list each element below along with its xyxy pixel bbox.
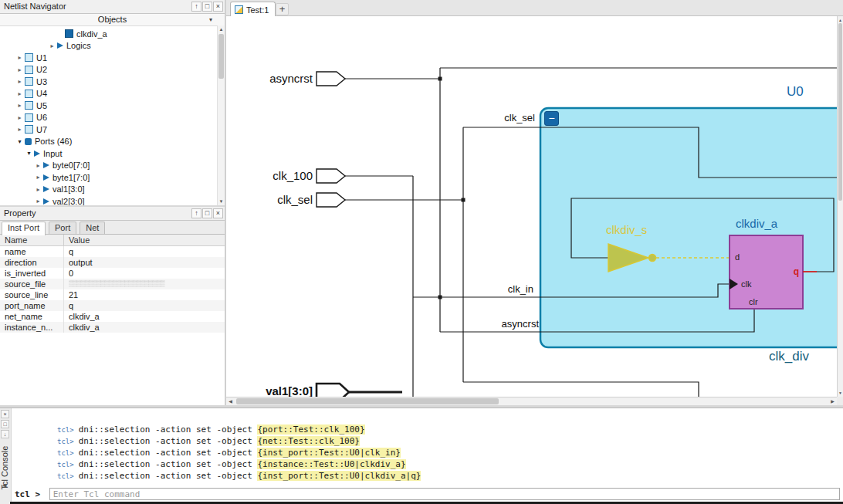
expand-arrow[interactable]: ▸ — [15, 66, 24, 73]
tcl-prompt-icon: tcl> — [57, 426, 74, 434]
scroll-up-icon[interactable]: ▲ — [218, 25, 225, 33]
port-label-val1[interactable]: val1[3:0] — [241, 384, 313, 397]
collapse-instance-button[interactable]: − — [544, 111, 559, 126]
panel-float-button[interactable]: □ — [202, 2, 212, 12]
port-label-asyncrst[interactable]: asyncrst — [241, 72, 313, 86]
scroll-left-icon[interactable]: ◀ — [226, 397, 235, 405]
instance-port-icon — [65, 29, 73, 38]
port-label-clk_100[interactable]: clk_100 — [241, 169, 313, 183]
table-row[interactable]: source_line 21 — [0, 289, 225, 300]
tree-item-byte1[interactable]: ▸ byte1[7:0] — [0, 171, 217, 184]
tcl-prompt-icon: tcl> — [57, 449, 74, 457]
tab-port[interactable]: Port — [49, 222, 76, 234]
port-symbol-clk_100[interactable] — [317, 169, 345, 183]
expand-arrow[interactable]: ▸ — [34, 186, 42, 193]
table-row[interactable]: name q — [0, 246, 225, 257]
tree-item-u7[interactable]: ▸ U7 — [0, 123, 217, 136]
tab-test1[interactable]: Test:1 — [230, 2, 276, 17]
port-symbol-asyncrst[interactable] — [317, 72, 345, 86]
tree-item-u6[interactable]: ▸ U6 — [0, 112, 217, 124]
tree-item-u3[interactable]: ▸ U3 — [0, 76, 217, 88]
tab-inst-port[interactable]: Inst Port — [2, 222, 46, 235]
scrollbar-thumb[interactable] — [236, 398, 499, 404]
net-clk_100[interactable] — [345, 176, 413, 397]
new-tab-button[interactable]: + — [276, 3, 289, 15]
tcl-command-input[interactable] — [49, 488, 840, 500]
scroll-down-icon[interactable]: ▼ — [218, 198, 225, 205]
tree-item-label: val1[3:0] — [52, 184, 85, 194]
command-text: dni::selection -action set -object — [79, 471, 258, 481]
console-line: tcl>dni::selection -action set -object {… — [16, 412, 843, 424]
pin-label-q-selected[interactable]: q — [787, 266, 799, 277]
expand-arrow[interactable]: ▸ — [34, 162, 42, 169]
port-label-clk_sel[interactable]: clk_sel — [241, 193, 313, 207]
tree-item-u1[interactable]: ▸ U1 — [0, 52, 217, 64]
property-value: clkdiv_a — [63, 311, 225, 322]
scroll-down-icon[interactable]: ▼ — [838, 389, 843, 397]
instance-icon — [25, 113, 33, 122]
expand-arrow[interactable]: ▸ — [34, 174, 42, 181]
panel-float-button[interactable]: □ — [202, 208, 212, 218]
tree-item-val1[interactable]: ▸ val1[3:0] — [0, 184, 217, 196]
schematic-h-scrollbar[interactable]: ◀ ▶ — [226, 397, 837, 405]
tree-item-clkdiv_a[interactable]: clkdiv_a — [0, 28, 217, 40]
console-float-button[interactable]: □ — [1, 420, 9, 428]
expand-arrow[interactable]: ▸ — [15, 78, 24, 85]
console-log[interactable]: tcl>dni::selection -action set -object {… — [12, 408, 843, 485]
panel-close-button[interactable]: × — [213, 2, 223, 12]
tree-item-label: Logics — [66, 41, 91, 50]
expand-arrow[interactable]: ▸ — [34, 198, 42, 205]
port-symbol-val1[interactable] — [317, 384, 349, 397]
table-row[interactable]: net_name clkdiv_a — [0, 311, 225, 322]
expand-arrow[interactable]: ▸ — [15, 114, 24, 121]
schematic-v-scrollbar[interactable]: ▲ ▼ — [837, 16, 843, 397]
table-row[interactable]: is_inverted 0 — [0, 268, 225, 279]
panel-splitter[interactable] — [0, 205, 225, 207]
column-header-value[interactable]: Value — [63, 235, 225, 245]
panel-close-button[interactable]: × — [213, 208, 223, 218]
tree-item-label: U7 — [36, 125, 47, 134]
tree-item-input[interactable]: ▾ Input — [0, 147, 217, 160]
expand-arrow[interactable]: ▸ — [15, 54, 24, 61]
tree-scrollbar[interactable]: ▲ ▼ — [217, 25, 225, 205]
tcl-prompt-icon: tcl> — [57, 461, 74, 468]
table-row[interactable]: instance_n... clkdiv_a — [0, 322, 225, 333]
console-scroll-left-icon[interactable]: ◀ — [2, 482, 6, 489]
instance-block-u0[interactable] — [540, 108, 837, 347]
scrollbar-thumb[interactable] — [838, 23, 842, 201]
tree-item-logics[interactable]: ▸ Logics — [0, 40, 217, 52]
panel-pin-button[interactable]: ↑ — [191, 208, 201, 218]
column-header-name[interactable]: Name — [0, 235, 63, 245]
console-close-button[interactable]: × — [1, 410, 9, 418]
tree-item-u2[interactable]: ▸ U2 — [0, 64, 217, 76]
tree-item-byte0[interactable]: ▸ byte0[7:0] — [0, 160, 217, 172]
schematic-canvas[interactable]: asyncrst clk_100 clk_sel val1[3:0] clk_s… — [226, 16, 837, 397]
property-value: 0 — [63, 268, 225, 279]
collapse-arrow[interactable]: ▾ — [25, 150, 33, 157]
panel-pin-button[interactable]: ↑ — [191, 2, 201, 12]
collapse-arrow[interactable]: ▾ — [15, 138, 24, 145]
inverter-bubble[interactable] — [649, 255, 656, 262]
tree-item-u4[interactable]: ▸ U4 — [0, 88, 217, 100]
tree-item-label: U5 — [36, 101, 47, 110]
tab-net[interactable]: Net — [80, 222, 105, 234]
expand-arrow[interactable]: ▸ — [48, 42, 56, 49]
scroll-right-icon[interactable]: ▶ — [828, 397, 837, 405]
scrollbar-thumb[interactable] — [218, 34, 224, 79]
tree-item-label: U2 — [36, 65, 47, 74]
selected-object-text: {inst_port::Test::U0|clk_in} — [257, 448, 400, 458]
tree-item-ports[interactable]: ▾ Ports (46) — [0, 136, 217, 148]
table-row[interactable]: port_name q — [0, 300, 225, 311]
tcl-console-panel: × □ ↓ Tcl Console ◀ tcl>dni::selection -… — [0, 408, 843, 504]
objects-selector[interactable]: Objects ▾ — [0, 14, 225, 26]
expand-arrow[interactable]: ▸ — [15, 90, 24, 97]
port-symbol-clk_sel[interactable] — [317, 193, 345, 207]
expand-arrow[interactable]: ▸ — [15, 102, 24, 109]
tree-item-u5[interactable]: ▸ U5 — [0, 100, 217, 112]
chevron-down-icon[interactable]: ▾ — [209, 14, 212, 25]
logics-icon — [57, 42, 63, 49]
table-row[interactable]: source_file ▒▒▒▒▒▒▒▒▒▒▒▒▒▒▒▒▒▒▒▒▒▒▒▒ — [0, 279, 225, 289]
expand-arrow[interactable]: ▸ — [15, 126, 24, 133]
tree-item-val2[interactable]: ▸ val2[3:0] — [0, 195, 217, 205]
table-row[interactable]: direction output — [0, 257, 225, 268]
